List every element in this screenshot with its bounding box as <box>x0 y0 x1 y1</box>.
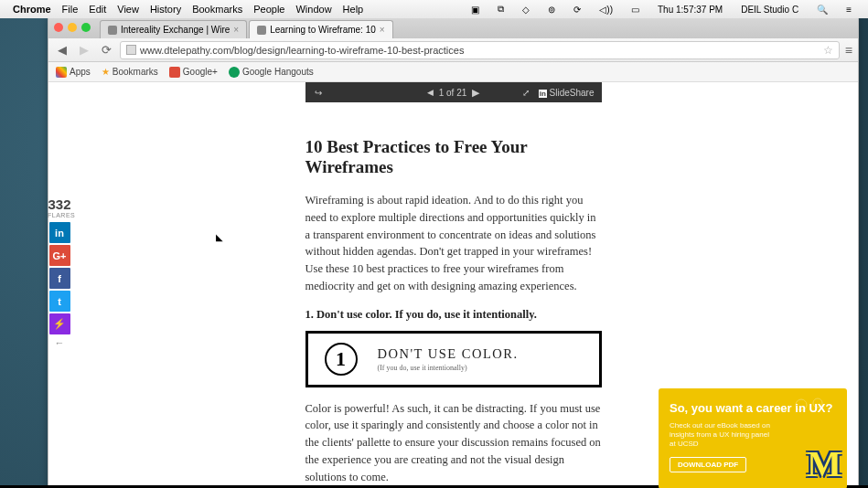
popup-desc: Check out our eBook based on insights fr… <box>670 421 770 450</box>
bookmark-star-icon[interactable]: ☆ <box>823 44 833 57</box>
maximize-window-button[interactable] <box>81 23 91 32</box>
chrome-window: Intereality Exchange | Wire × Learning t… <box>48 16 859 488</box>
tip-1-subtitle: (If you do, use it intentionally) <box>378 364 519 372</box>
tab-title: Intereality Exchange | Wire <box>121 25 230 35</box>
svg-point-0 <box>796 399 807 410</box>
article-heading: 10 Best Practices to Free Your Wireframe… <box>305 137 602 177</box>
tip-1-label: 1. Don't use color. If you do, use it in… <box>305 308 602 322</box>
fullscreen-icon[interactable]: ⤢ <box>522 88 530 98</box>
share-icon[interactable]: ↪ <box>305 88 331 98</box>
tab-title: Learning to Wireframe: 10 <box>270 25 376 35</box>
notifications-icon[interactable]: ≡ <box>846 5 852 15</box>
next-slide-button[interactable]: ▶ <box>472 87 479 99</box>
url-text: www.dtelepathy.com/blog/design/learning-… <box>140 45 464 56</box>
back-button[interactable]: ◀ <box>54 42 70 58</box>
tip-1-paragraph: Color is powerful! As such, it can be di… <box>305 400 602 486</box>
michigan-logo: M <box>807 442 841 485</box>
close-window-button[interactable] <box>54 23 63 32</box>
social-share-bar: 332 FLARES in G+ f t ⚡ ← <box>48 196 71 348</box>
minimize-window-button[interactable] <box>68 23 77 32</box>
share-facebook-button[interactable]: f <box>49 268 70 289</box>
share-flare-button[interactable]: ⚡ <box>49 313 70 334</box>
menu-edit[interactable]: Edit <box>89 4 106 15</box>
tip-1-number: 1 <box>325 343 358 376</box>
menu-view[interactable]: View <box>117 4 139 15</box>
volume-icon[interactable]: ◁)) <box>599 5 613 15</box>
article-body: 10 Best Practices to Free Your Wireframe… <box>305 137 602 488</box>
window-controls <box>54 23 91 32</box>
bookmark-hangouts[interactable]: Google Hangouts <box>229 67 314 78</box>
flare-count: 332 <box>48 196 71 212</box>
menu-people[interactable]: People <box>253 4 284 15</box>
battery-icon[interactable]: ▭ <box>631 5 639 15</box>
menu-bookmarks[interactable]: Bookmarks <box>192 4 242 15</box>
dropbox-icon[interactable]: ⧉ <box>498 4 504 15</box>
collapse-arrow-icon[interactable]: ← <box>48 337 71 348</box>
share-googleplus-button[interactable]: G+ <box>49 245 70 266</box>
slideshare-link[interactable]: in SlideShare <box>539 88 595 98</box>
prev-slide-button[interactable]: ◀ <box>427 88 434 97</box>
mouse-cursor: ◣ <box>216 232 223 242</box>
favicon-icon <box>257 26 266 35</box>
url-input[interactable]: www.dtelepathy.com/blog/design/learning-… <box>120 41 840 59</box>
page-viewport[interactable]: ↪ ◀ 1 of 21 ▶ ⤢ in SlideShare 10 Best Pr… <box>48 82 858 488</box>
wifi-icon[interactable]: ⊚ <box>548 5 555 15</box>
forward-button[interactable]: ▶ <box>76 42 92 58</box>
sync-icon[interactable]: ◇ <box>522 5 530 15</box>
tab-intereality[interactable]: Intereality Exchange | Wire × <box>100 20 247 38</box>
apps-shortcut[interactable]: Apps <box>56 67 91 78</box>
tip-1-title: DON'T USE COLOR. <box>378 346 519 362</box>
menu-window[interactable]: Window <box>295 4 331 15</box>
clock[interactable]: Thu 1:57:37 PM <box>658 5 723 15</box>
intro-paragraph: Wireframing is about rapid ideation. And… <box>305 192 602 295</box>
page-icon <box>126 45 136 55</box>
tip-1-box: 1 DON'T USE COLOR. (If you do, use it in… <box>305 331 602 387</box>
favicon-icon <box>108 26 117 35</box>
bookmarks-bar: Apps ★Bookmarks Google+ Google Hangouts <box>48 62 858 82</box>
menu-help[interactable]: Help <box>343 4 364 15</box>
user-name[interactable]: DEIL Studio C <box>741 5 798 15</box>
share-linkedin-button[interactable]: in <box>49 222 70 243</box>
mac-menu-bar: Chrome File Edit View History Bookmarks … <box>0 0 868 18</box>
circle-icon[interactable]: ⟳ <box>573 5 581 15</box>
close-tab-icon[interactable]: × <box>380 25 385 35</box>
address-bar: ◀ ▶ ⟳ www.dtelepathy.com/blog/design/lea… <box>48 38 858 62</box>
menu-file[interactable]: File <box>62 4 79 15</box>
menu-app[interactable]: Chrome <box>13 4 51 15</box>
reload-button[interactable]: ⟳ <box>98 42 114 58</box>
download-popup: So, you want a career in UX? Check out o… <box>659 388 847 488</box>
flare-label: FLARES <box>48 212 71 218</box>
menu-history[interactable]: History <box>150 4 181 15</box>
share-twitter-button[interactable]: t <box>49 291 70 312</box>
download-pdf-button[interactable]: DOWNLOAD PDF <box>670 457 746 472</box>
chrome-menu-button[interactable]: ≡ <box>845 43 852 58</box>
screencast-icon[interactable]: ▣ <box>471 5 479 15</box>
tab-strip: Intereality Exchange | Wire × Learning t… <box>48 16 858 38</box>
bookmark-google-plus[interactable]: Google+ <box>169 67 218 78</box>
spotlight-icon[interactable]: 🔍 <box>817 5 828 15</box>
tab-learning-wireframe[interactable]: Learning to Wireframe: 10 × <box>249 20 392 38</box>
slide-counter: 1 of 21 <box>439 88 467 98</box>
slideshare-toolbar: ↪ ◀ 1 of 21 ▶ ⤢ in SlideShare <box>305 82 602 102</box>
bookmarks-folder[interactable]: ★Bookmarks <box>102 67 158 77</box>
svg-point-1 <box>813 398 822 408</box>
close-tab-icon[interactable]: × <box>233 25 239 35</box>
